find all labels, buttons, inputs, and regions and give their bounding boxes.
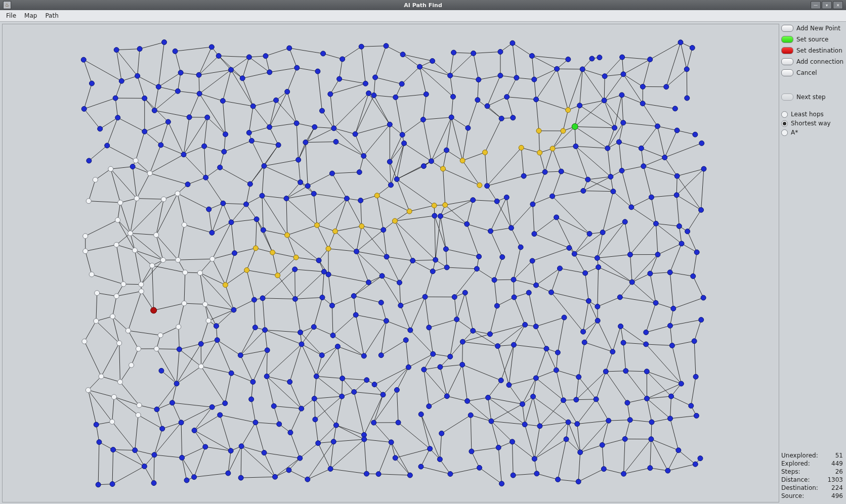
graph-node-yellow[interactable] xyxy=(460,158,465,163)
graph-node-blue[interactable] xyxy=(329,303,334,308)
graph-node-blue[interactable] xyxy=(197,91,202,96)
graph-node-blue[interactable] xyxy=(617,295,622,300)
graph-node-blue[interactable] xyxy=(439,431,444,436)
menu-file[interactable]: File xyxy=(2,11,20,20)
graph-node-blue[interactable] xyxy=(178,70,183,75)
graph-node-blue[interactable] xyxy=(627,252,632,257)
graph-node-blue[interactable] xyxy=(311,325,316,330)
graph-node-white[interactable] xyxy=(136,346,141,351)
graph-node-blue[interactable] xyxy=(354,249,359,254)
graph-node-blue[interactable] xyxy=(597,55,602,60)
graph-node-blue[interactable] xyxy=(532,232,537,237)
graph-node-white[interactable] xyxy=(82,339,87,344)
graph-node-blue[interactable] xyxy=(418,464,424,469)
graph-node-blue[interactable] xyxy=(523,322,528,327)
graph-node-white[interactable] xyxy=(111,394,116,399)
graph-node-blue[interactable] xyxy=(616,140,621,145)
cancel-button[interactable]: Cancel xyxy=(781,68,844,77)
graph-node-blue[interactable] xyxy=(692,339,697,344)
graph-node-white[interactable] xyxy=(137,403,142,408)
graph-node-blue[interactable] xyxy=(331,126,336,131)
graph-node-blue[interactable] xyxy=(402,141,407,146)
graph-node-white[interactable] xyxy=(93,177,98,182)
graph-node-blue[interactable] xyxy=(420,117,426,122)
graph-node-white[interactable] xyxy=(154,233,159,238)
graph-node-blue[interactable] xyxy=(572,251,577,256)
graph-node-blue[interactable] xyxy=(444,394,449,399)
graph-node-white[interactable] xyxy=(161,197,166,202)
graph-node-blue[interactable] xyxy=(562,315,567,320)
graph-node-blue[interactable] xyxy=(133,448,138,453)
graph-node-blue[interactable] xyxy=(277,422,282,427)
graph-node-blue[interactable] xyxy=(534,471,539,476)
graph-node-blue[interactable] xyxy=(674,193,679,198)
graph-node-blue[interactable] xyxy=(329,171,334,176)
graph-node-yellow[interactable] xyxy=(537,150,542,155)
graph-node-blue[interactable] xyxy=(471,328,476,333)
graph-node-blue[interactable] xyxy=(427,404,432,409)
graph-node-blue[interactable] xyxy=(667,323,672,328)
graph-node-blue[interactable] xyxy=(693,132,698,137)
graph-node-blue[interactable] xyxy=(533,376,538,381)
graph-node-blue[interactable] xyxy=(619,168,624,173)
graph-node-yellow[interactable] xyxy=(566,108,571,113)
graph-node-white[interactable] xyxy=(150,263,155,268)
graph-node-blue[interactable] xyxy=(288,430,293,435)
menu-map[interactable]: Map xyxy=(20,11,41,20)
graph-node-blue[interactable] xyxy=(693,374,698,379)
graph-node-blue[interactable] xyxy=(699,207,704,212)
graph-node-white[interactable] xyxy=(83,249,88,254)
graph-node-blue[interactable] xyxy=(655,124,660,129)
graph-node-blue[interactable] xyxy=(198,341,203,346)
graph-node-blue[interactable] xyxy=(448,354,453,359)
graph-node-blue[interactable] xyxy=(452,295,457,300)
graph-node-blue[interactable] xyxy=(430,269,435,274)
graph-node-blue[interactable] xyxy=(238,475,243,480)
graph-node-blue[interactable] xyxy=(214,324,219,329)
graph-node-blue[interactable] xyxy=(366,280,371,285)
graph-node-blue[interactable] xyxy=(340,394,345,399)
graph-node-blue[interactable] xyxy=(352,389,357,394)
graph-node-white[interactable] xyxy=(139,282,144,287)
graph-node-blue[interactable] xyxy=(229,220,234,225)
graph-node-white[interactable] xyxy=(117,341,122,346)
graph-node-blue[interactable] xyxy=(555,66,560,71)
graph-node-blue[interactable] xyxy=(580,67,585,72)
graph-node-blue[interactable] xyxy=(232,251,237,256)
graph-node-white[interactable] xyxy=(158,333,163,338)
graph-node-blue[interactable] xyxy=(625,400,630,405)
graph-node-blue[interactable] xyxy=(610,349,615,354)
graph-node-white[interactable] xyxy=(95,291,100,296)
graph-node-white[interactable] xyxy=(154,346,159,351)
graph-node-blue[interactable] xyxy=(175,88,180,94)
graph-node-blue[interactable] xyxy=(460,339,465,344)
graph-node-blue[interactable] xyxy=(238,353,243,358)
graph-node-blue[interactable] xyxy=(158,143,163,148)
graph-node-blue[interactable] xyxy=(621,72,626,77)
graph-node-blue[interactable] xyxy=(674,173,680,178)
graph-node-blue[interactable] xyxy=(577,103,582,108)
graph-node-blue[interactable] xyxy=(231,307,236,312)
graph-node-blue[interactable] xyxy=(305,477,310,482)
graph-node-white[interactable] xyxy=(202,302,207,307)
graph-node-blue[interactable] xyxy=(653,221,658,226)
graph-node-blue[interactable] xyxy=(602,74,607,79)
graph-node-blue[interactable] xyxy=(581,329,586,334)
graph-node-blue[interactable] xyxy=(471,198,476,203)
graph-node-blue[interactable] xyxy=(492,278,497,283)
graph-node-blue[interactable] xyxy=(216,54,221,59)
graph-node-blue[interactable] xyxy=(623,369,628,374)
graph-node-blue[interactable] xyxy=(701,166,706,171)
graph-node-blue[interactable] xyxy=(96,482,101,487)
graph-node-blue[interactable] xyxy=(595,255,600,260)
graph-node-blue[interactable] xyxy=(303,140,308,145)
graph-node-blue[interactable] xyxy=(196,72,201,77)
graph-node-blue[interactable] xyxy=(555,350,560,355)
graph-node-white[interactable] xyxy=(136,413,141,418)
graph-node-blue[interactable] xyxy=(162,40,167,45)
graph-node-blue[interactable] xyxy=(694,250,699,255)
graph-node-blue[interactable] xyxy=(437,457,442,462)
graph-node-blue[interactable] xyxy=(608,174,613,179)
graph-node-blue[interactable] xyxy=(649,437,654,442)
graph-node-blue[interactable] xyxy=(271,403,276,408)
